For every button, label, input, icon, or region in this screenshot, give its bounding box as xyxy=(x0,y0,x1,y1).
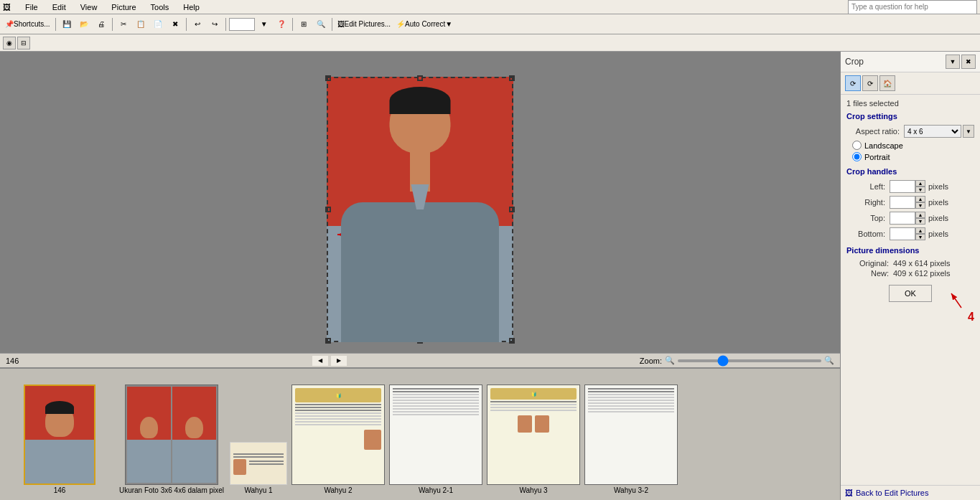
menu-help[interactable]: Help xyxy=(180,2,202,12)
bottom-unit: pixels xyxy=(928,230,948,238)
thumbnail-img-2 xyxy=(230,442,287,485)
save-button[interactable]: 💾 xyxy=(59,16,75,32)
thumbnail-label-5: Wahyu 3 xyxy=(519,486,547,494)
top-row: Top: 1 ▲ ▼ pixels xyxy=(846,212,974,225)
cut-icon: ✂ xyxy=(121,20,126,28)
redo-button[interactable]: ↪ xyxy=(207,16,223,32)
thumbnail-label-1: Ukuran Foto 3x6 4x6 dalam pixel xyxy=(119,486,224,494)
menu-file[interactable]: File xyxy=(22,2,41,12)
shortcuts-icon: 📌 xyxy=(5,20,14,28)
top-spin-down[interactable]: ▼ xyxy=(915,218,925,225)
view-mode-btn-2[interactable]: ⊟ xyxy=(17,37,30,49)
thumbnail-item-5[interactable]: 🔰 Wahyu 3 xyxy=(487,385,580,494)
top-spinbox: 1 ▲ ▼ xyxy=(890,212,925,225)
shortcuts-button[interactable]: 📌 Shortcuts... xyxy=(3,16,52,32)
portrait-radio[interactable] xyxy=(852,152,862,161)
left-spinbox: 20 ▲ ▼ xyxy=(890,180,925,193)
back-to-edit-pictures[interactable]: 🖼 Back to Edit Pictures xyxy=(841,485,980,500)
auto-correct-button[interactable]: ⚡ Auto Correct ▼ xyxy=(394,16,454,32)
right-row: Right: 20 ▲ ▼ pixels xyxy=(846,196,974,209)
edit-pictures-label: Edit Pictures... xyxy=(345,20,391,28)
zoom-in-icon: 🔍 xyxy=(317,20,325,28)
thumbnail-img-4 xyxy=(389,385,482,485)
photo-container xyxy=(327,77,513,342)
print-button[interactable]: 🖨 xyxy=(93,16,109,32)
thumbnail-item-3[interactable]: 🔰 Wahyu 2 xyxy=(291,385,385,494)
top-spin-up[interactable]: ▲ xyxy=(915,212,925,218)
thumbnail-item-1[interactable]: Ukuran Foto 3x6 4x6 dalam pixel xyxy=(118,385,225,494)
thumbnail-img-0 xyxy=(24,385,95,485)
menu-picture[interactable]: Picture xyxy=(108,2,139,12)
top-unit: pixels xyxy=(928,214,948,222)
paste-icon: 📄 xyxy=(154,20,162,28)
portrait-radio-row: Portrait 2 xyxy=(852,152,974,161)
panel-tool-btn-2[interactable]: ⟳ xyxy=(862,75,878,91)
top-spinbox-btns: ▲ ▼ xyxy=(915,212,925,225)
left-spin-down[interactable]: ▼ xyxy=(915,187,925,193)
undo-button[interactable]: ↩ xyxy=(190,16,205,32)
app-icon: 🖼 xyxy=(3,3,11,11)
left-spinbox-btns: ▲ ▼ xyxy=(915,180,925,193)
landscape-radio[interactable] xyxy=(852,141,862,150)
thumbnail-label-0: 146 xyxy=(54,486,66,494)
right-input[interactable]: 20 xyxy=(890,196,915,209)
thumbnail-label-2: Wahyu 1 xyxy=(244,486,272,494)
bottom-spinbox-btns: ▲ ▼ xyxy=(915,227,925,240)
zoom-in-button[interactable]: 🔍 xyxy=(313,16,329,32)
thumbnail-item-0[interactable]: 146 xyxy=(6,385,113,494)
print-icon: 🖨 xyxy=(98,20,105,28)
right-spin-up[interactable]: ▲ xyxy=(915,196,925,202)
zoom-minus-icon: 🔍 xyxy=(665,356,675,365)
panel-close-btn[interactable]: ✖ xyxy=(961,55,976,69)
panel-tool-btn-3[interactable]: 🏠 xyxy=(879,75,895,91)
right-spin-down[interactable]: ▼ xyxy=(915,202,925,209)
copy-button[interactable]: 📋 xyxy=(133,16,149,32)
portrait-label: Portrait xyxy=(864,153,890,161)
right-panel: Crop ▼ ✖ ⟳ ⟳ 🏠 1 files selected Crop set… xyxy=(840,52,980,500)
zoom-input[interactable]: 61% xyxy=(229,18,255,31)
thumbnail-item-6[interactable]: Wahyu 3-2 xyxy=(584,385,678,494)
help-icon: ❓ xyxy=(277,20,286,28)
top-input[interactable]: 1 xyxy=(890,212,915,225)
view-mode-btn-1[interactable]: ◉ xyxy=(3,37,16,49)
cut-button[interactable]: ✂ xyxy=(116,16,131,32)
left-input[interactable]: 20 xyxy=(890,180,915,193)
annotation-arrow-4 xyxy=(946,288,967,309)
edit-pictures-icon: 🖼 xyxy=(337,20,345,28)
ok-button[interactable]: OK xyxy=(889,285,932,302)
left-row: Left: 20 ▲ ▼ pixels xyxy=(846,180,974,193)
thumbnail-item-4[interactable]: Wahyu 2-1 xyxy=(389,385,482,494)
zoom-dropdown-button[interactable]: ▼ xyxy=(256,16,272,32)
thumbnail-strip: 146 xyxy=(0,367,840,500)
bottom-spin-down[interactable]: ▼ xyxy=(915,234,925,240)
toolbar-sep-2 xyxy=(112,18,113,31)
bottom-input[interactable]: 1 xyxy=(890,227,915,240)
bottom-spin-up[interactable]: ▲ xyxy=(915,227,925,234)
ok-section: OK 4 xyxy=(846,285,974,302)
annotation-num-4: 4 xyxy=(968,311,974,324)
aspect-ratio-label: Aspect ratio: xyxy=(846,127,904,136)
thumbnail-img-1 xyxy=(125,385,218,485)
open-button[interactable]: 📂 xyxy=(76,16,92,32)
aspect-ratio-dropdown-btn[interactable]: ▼ xyxy=(963,125,974,138)
edit-pictures-button[interactable]: 🖼 Edit Pictures... xyxy=(335,16,393,32)
undo-icon: ↩ xyxy=(195,20,200,28)
paste-button[interactable]: 📄 xyxy=(150,16,166,32)
menu-tools[interactable]: Tools xyxy=(148,2,172,12)
fit-button[interactable]: ⊞ xyxy=(296,16,312,32)
panel-title: Crop xyxy=(845,57,864,67)
aspect-ratio-select[interactable]: 4 x 6 xyxy=(904,125,961,138)
zoom-slider[interactable] xyxy=(678,359,821,362)
left-spin-up[interactable]: ▲ xyxy=(915,180,925,187)
toolbar2: ◉ ⊟ xyxy=(0,34,980,52)
menu-edit[interactable]: Edit xyxy=(50,2,69,12)
delete-button[interactable]: ✖ xyxy=(167,16,183,32)
scroll-right-btn[interactable]: ▶ xyxy=(331,356,347,366)
panel-dropdown-btn[interactable]: ▼ xyxy=(946,55,960,69)
help-search-input[interactable] xyxy=(848,0,977,14)
thumbnail-item-2[interactable]: Wahyu 1 xyxy=(230,442,287,494)
menu-view[interactable]: View xyxy=(78,2,101,12)
help-button[interactable]: ❓ xyxy=(274,16,289,32)
panel-tool-btn-1[interactable]: ⟳ xyxy=(845,75,861,91)
scroll-left-btn[interactable]: ◀ xyxy=(312,356,328,366)
